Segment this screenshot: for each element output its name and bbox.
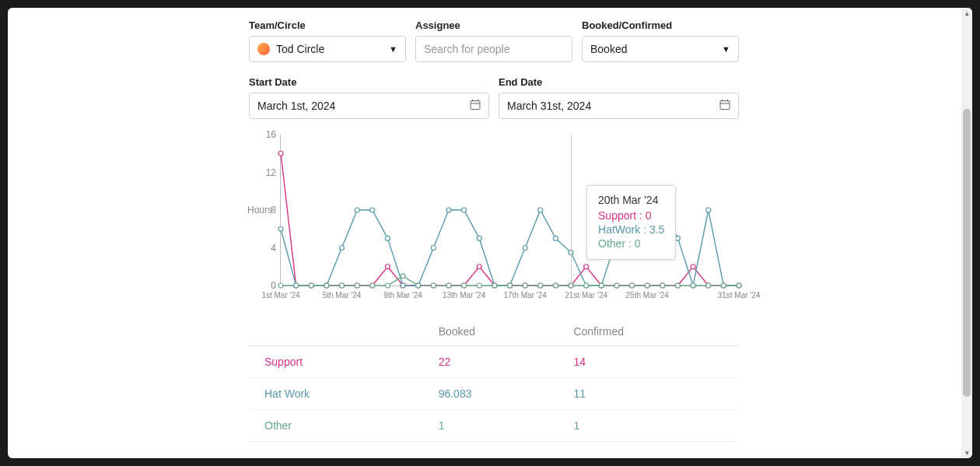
svg-rect-5: [722, 100, 723, 102]
assignee-input-wrap[interactable]: [415, 36, 572, 62]
main-content: Team/Circle Tod Circle ▼ Assignee Booked…: [8, 8, 972, 454]
chart-point: [691, 265, 695, 269]
chart-point: [431, 283, 436, 288]
chart-point: [401, 274, 405, 279]
team-value: Tod Circle: [276, 43, 324, 55]
app-window: Team/Circle Tod Circle ▼ Assignee Booked…: [8, 8, 972, 458]
x-tick-label: 31st Mar '24: [718, 291, 761, 300]
chart-point: [599, 283, 604, 288]
table-row[interactable]: Hat Work96.08311: [249, 378, 739, 410]
chart-point: [477, 236, 481, 240]
team-label: Team/Circle: [249, 19, 406, 31]
assignee-input[interactable]: [424, 37, 564, 61]
end-date-input[interactable]: March 31st, 2024: [499, 93, 739, 119]
scrollbar-thumb[interactable]: [963, 109, 971, 397]
x-tick-label: 1st Mar '24: [261, 291, 299, 300]
table-cell: Hat Work: [249, 378, 432, 410]
table-header: Confirmed: [567, 317, 739, 346]
y-tick-label: 16: [259, 129, 276, 140]
table-cell: 1: [567, 410, 739, 442]
chart-point: [278, 151, 283, 156]
chart-point: [553, 283, 558, 288]
table-cell: 96.083: [432, 378, 568, 410]
tooltip-row: HatWork : 3.5: [598, 223, 664, 236]
summary-table: Booked Confirmed Support2214Hat Work96.0…: [249, 317, 739, 442]
chart-point: [675, 236, 680, 240]
team-color-dot-icon: [257, 43, 270, 55]
chart-axes: 04812161st Mar '245th Mar '249th Mar '24…: [280, 135, 739, 286]
chart-point: [523, 283, 527, 288]
x-tick-label: 25th Mar '24: [626, 291, 669, 300]
dates-row: Start Date March 1st, 2024 End Date Marc…: [249, 76, 739, 119]
table-cell: 14: [567, 346, 739, 378]
table-header: [249, 317, 432, 346]
chart-point: [706, 283, 711, 288]
end-date-label: End Date: [499, 76, 739, 88]
table-cell: 22: [432, 346, 568, 378]
y-tick-label: 12: [259, 167, 276, 178]
table-cell: Support: [249, 346, 432, 378]
chart-point: [370, 283, 375, 288]
chart-point: [630, 283, 635, 288]
calendar-icon: [470, 100, 481, 113]
chart-point: [691, 283, 695, 288]
x-tick-label: 5th Mar '24: [323, 291, 362, 300]
chart-point: [721, 283, 726, 288]
filters-row: Team/Circle Tod Circle ▼ Assignee Booked…: [249, 19, 739, 62]
chart-point: [431, 246, 436, 251]
chart-point: [492, 283, 497, 288]
booked-select[interactable]: Booked ▼: [582, 36, 739, 62]
start-date-label: Start Date: [249, 76, 489, 88]
hours-chart[interactable]: Hours 04812161st Mar '245th Mar '249th M…: [249, 131, 739, 302]
end-date-group: End Date March 31st, 2024: [499, 76, 739, 119]
table-header-row: Booked Confirmed: [249, 317, 739, 346]
start-date-input[interactable]: March 1st, 2024: [249, 93, 489, 119]
svg-rect-6: [727, 100, 728, 102]
chart-point: [278, 283, 283, 288]
y-tick-label: 4: [259, 243, 276, 254]
chart-point: [645, 283, 649, 288]
chart-point: [477, 265, 481, 269]
chart-point: [324, 283, 329, 288]
booked-value: Booked: [590, 43, 627, 55]
start-date-group: Start Date March 1st, 2024: [249, 76, 489, 119]
chart-point: [508, 283, 513, 288]
chart-point: [355, 208, 359, 212]
chart-point: [523, 246, 527, 251]
chart-point: [538, 283, 543, 288]
team-select[interactable]: Tod Circle ▼: [249, 36, 406, 62]
table-row[interactable]: Support2214: [249, 346, 739, 378]
svg-rect-0: [471, 101, 480, 110]
booked-filter-group: Booked/Confirmed Booked ▼: [582, 19, 739, 62]
chart-point: [294, 283, 299, 288]
chevron-down-icon: ▼: [722, 44, 730, 54]
end-date-value: March 31st, 2024: [507, 100, 591, 112]
chart-tooltip: 20th Mar '24Support : 0HatWork : 3.5Othe…: [586, 185, 676, 260]
table-cell: 1: [432, 410, 568, 442]
start-date-value: March 1st, 2024: [257, 100, 335, 112]
scroll-up-icon[interactable]: ▴: [961, 8, 972, 19]
svg-rect-7: [720, 103, 730, 104]
table-header: Booked: [432, 317, 568, 346]
chart-point: [462, 208, 467, 212]
chart-point: [706, 208, 711, 212]
scroll-down-icon[interactable]: ▾: [961, 447, 972, 458]
calendar-icon: [719, 100, 730, 113]
chart-point: [401, 283, 405, 288]
vertical-scrollbar[interactable]: ▴ ▾: [961, 8, 972, 458]
tooltip-date: 20th Mar '24: [598, 194, 664, 206]
chevron-down-icon: ▼: [389, 44, 397, 54]
chart-point: [446, 283, 451, 288]
chart-point: [416, 283, 421, 288]
chart-point: [340, 246, 345, 251]
chart-point: [477, 283, 481, 288]
y-tick-label: 8: [259, 205, 276, 215]
table-cell: Other: [249, 410, 432, 442]
chart-point: [446, 208, 451, 212]
table-row[interactable]: Other11: [249, 410, 739, 442]
chart-point: [370, 208, 375, 212]
team-filter-group: Team/Circle Tod Circle ▼: [249, 19, 406, 62]
chart-point: [385, 236, 390, 240]
assignee-filter-group: Assignee: [415, 19, 572, 62]
chart-point: [584, 265, 589, 269]
